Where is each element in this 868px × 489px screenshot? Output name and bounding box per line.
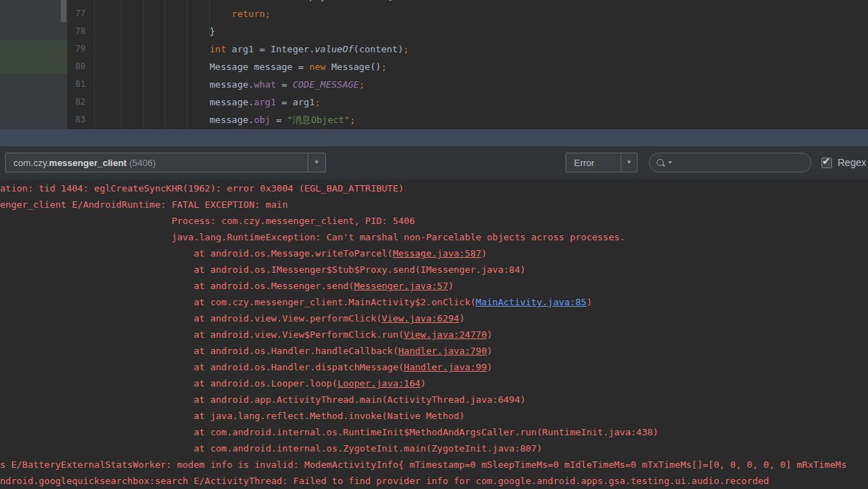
code-text: return; [99, 5, 271, 23]
log-line: at android.os.Handler.dispatchMessage(Ha… [0, 359, 868, 375]
log-line: enger_client E/AndroidRuntime: FATAL EXC… [0, 196, 868, 213]
stacktrace-link[interactable]: Messenger.java:57 [354, 281, 448, 291]
log-text: at com.czy.messenger_client.MainActivity… [0, 297, 476, 307]
log-line: at android.view.View.performClick(View.j… [0, 310, 868, 326]
log-text: ) [587, 297, 592, 307]
code-line[interactable]: 79 int arg1 = Integer.valueOf(content); [67, 40, 868, 58]
code-rows: if (TextUtils.isEmpty(content)) {77 retu… [67, 0, 868, 129]
log-text: ) [487, 346, 493, 356]
stacktrace-link[interactable]: Message.java:587 [393, 248, 481, 259]
log-line: at com.android.internal.os.ZygoteInit.ma… [0, 440, 868, 456]
log-line: at android.app.ActivityThread.main(Activ… [0, 391, 868, 408]
tool-panel-selection[interactable] [0, 40, 67, 74]
stacktrace-link[interactable]: Looper.java:164 [337, 378, 420, 389]
code-line[interactable]: 83 message.obj = "消息Object"; [67, 111, 868, 129]
log-level-combobox[interactable]: Error ▼ [565, 153, 638, 172]
log-text: ) [459, 313, 465, 324]
panel-splitter[interactable] [0, 129, 868, 146]
process-selector-dropdown-button[interactable]: ▼ [307, 153, 325, 172]
code-text: if (TextUtils.isEmpty(content)) { [99, 0, 392, 5]
log-line: at android.os.Messenger.send(Messenger.j… [0, 278, 868, 294]
code-text: message.obj = "消息Object"; [99, 111, 356, 129]
log-text: Process: com.czy.messenger_client, PID: … [0, 216, 415, 226]
log-text: ) [481, 248, 487, 259]
log-line: ation: tid 1404: eglCreateSyncKHR(1962):… [0, 180, 868, 196]
log-line: ndroid.googlequicksearchbox:search E/Act… [0, 473, 868, 489]
checkmark-icon: ✔ [822, 155, 831, 167]
line-number: 78 [67, 23, 86, 40]
log-line: s E/BatteryExternalStatsWorker: modem in… [0, 456, 868, 473]
code-text: Message message = new Message(); [99, 58, 387, 76]
code-line[interactable]: if (TextUtils.isEmpty(content)) { [67, 0, 868, 5]
log-line: at com.czy.messenger_client.MainActivity… [0, 294, 868, 310]
search-input[interactable] [676, 157, 804, 169]
log-text: at java.lang.reflect.Method.invoke(Nativ… [0, 411, 464, 421]
line-number: 82 [67, 93, 86, 111]
code-text: message.what = CODE_MESSAGE; [99, 76, 365, 93]
process-selector-combobox[interactable]: com.czy.messenger_client (5406) ▼ [5, 153, 326, 172]
android-studio-window: if (TextUtils.isEmpty(content)) {77 retu… [0, 0, 868, 489]
log-line: Process: com.czy.messenger_client, PID: … [0, 213, 868, 229]
code-text: int arg1 = Integer.valueOf(content); [99, 40, 409, 58]
log-line: at android.os.IMessenger$Stub$Proxy.send… [0, 261, 868, 278]
log-line: at android.view.View$PerformClick.run(Vi… [0, 326, 868, 343]
log-level-dropdown-button[interactable]: ▼ [621, 153, 637, 172]
logcat-search-field[interactable] [649, 153, 811, 172]
log-text: at com.android.internal.os.ZygoteInit.ma… [0, 443, 542, 454]
code-editor[interactable]: if (TextUtils.isEmpty(content)) {77 retu… [0, 0, 868, 129]
stacktrace-link[interactable]: Handler.java:790 [399, 346, 487, 356]
code-line[interactable]: 77 return; [67, 5, 868, 23]
log-text: ation: tid 1404: eglCreateSyncKHR(1962):… [0, 183, 404, 194]
scrollbar-thumb[interactable] [61, 0, 66, 22]
log-text: at android.app.ActivityThread.main(Activ… [0, 394, 526, 405]
log-text: at android.os.IMessenger$Stub$Proxy.send… [0, 264, 526, 275]
log-text: at android.view.View$PerformClick.run( [0, 329, 404, 340]
regex-option: ✔ Regex [821, 153, 866, 172]
code-text: message.arg1 = arg1; [99, 93, 320, 111]
log-text: ) [487, 362, 493, 372]
log-line: at android.os.Looper.loop(Looper.java:16… [0, 375, 868, 391]
stacktrace-link[interactable]: View.java:6294 [382, 313, 459, 324]
log-text: enger_client E/AndroidRuntime: FATAL EXC… [0, 199, 288, 210]
log-text: at android.os.Handler.dispatchMessage( [0, 362, 404, 372]
chevron-down-icon: ▼ [314, 160, 319, 165]
log-line: at android.os.Handler.handleCallback(Han… [0, 343, 868, 359]
stacktrace-link[interactable]: MainActivity.java:85 [476, 297, 587, 307]
left-tool-panel[interactable] [0, 0, 67, 129]
line-number: 80 [67, 58, 86, 76]
log-text: at android.os.Messenger.send( [0, 281, 354, 291]
logcat-output[interactable]: ation: tid 1404: eglCreateSyncKHR(1962):… [0, 180, 868, 489]
log-level-label: Error [566, 158, 621, 168]
line-number: 83 [67, 111, 86, 129]
search-history-chevron-icon[interactable] [668, 161, 672, 164]
log-text: at android.view.View.performClick( [0, 313, 382, 324]
log-line: at android.os.Message.writeToParcel(Mess… [0, 245, 868, 261]
log-line: at java.lang.reflect.Method.invoke(Nativ… [0, 408, 868, 424]
log-text: ) [448, 281, 454, 291]
log-text: at android.os.Message.writeToParcel( [0, 248, 393, 259]
code-line[interactable]: 80 Message message = new Message(); [67, 58, 868, 76]
log-text: at android.os.Handler.handleCallback( [0, 346, 399, 356]
stacktrace-link[interactable]: View.java:24770 [404, 329, 486, 340]
regex-label: Regex [838, 157, 866, 168]
log-text: java.lang.RuntimeException: Can't marsha… [0, 232, 625, 242]
code-line[interactable]: 82 message.arg1 = arg1; [67, 93, 868, 111]
search-icon[interactable] [657, 158, 666, 167]
log-line: java.lang.RuntimeException: Can't marsha… [0, 229, 868, 245]
process-selector-label: com.czy.messenger_client (5406) [6, 158, 307, 168]
line-number: 79 [67, 40, 86, 58]
logcat-toolbar: com.czy.messenger_client (5406) ▼ Error … [0, 146, 868, 180]
regex-checkbox[interactable]: ✔ [821, 158, 832, 168]
log-text: ) [487, 329, 493, 340]
chevron-down-icon: ▼ [626, 160, 632, 165]
log-line: at com.android.internal.os.RuntimeInit$M… [0, 424, 868, 440]
code-line[interactable]: 78 } [67, 23, 868, 40]
code-line[interactable]: 81 message.what = CODE_MESSAGE; [67, 76, 868, 93]
log-text: s E/BatteryExternalStatsWorker: modem in… [0, 459, 846, 470]
stacktrace-link[interactable]: Handler.java:99 [404, 362, 486, 372]
log-text: ) [421, 378, 426, 389]
code-text: } [99, 23, 215, 40]
line-number: 81 [67, 76, 86, 93]
log-text: ndroid.googlequicksearchbox:search E/Act… [0, 476, 769, 486]
log-text: at android.os.Looper.loop( [0, 378, 337, 389]
